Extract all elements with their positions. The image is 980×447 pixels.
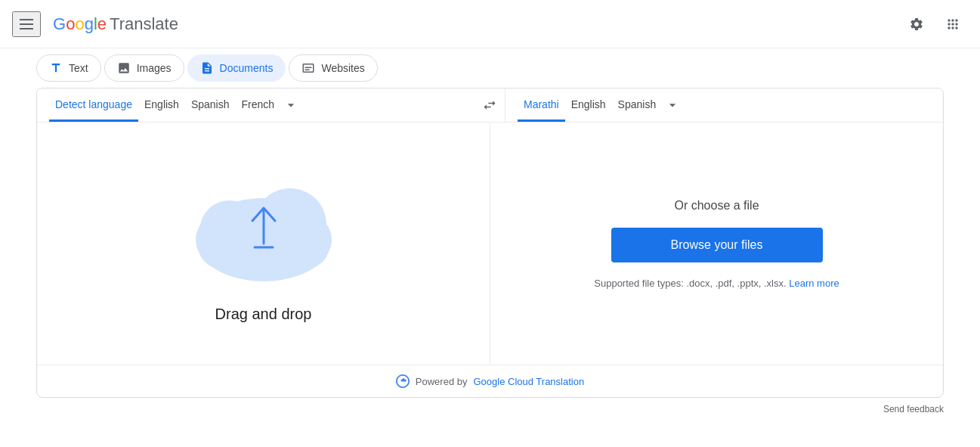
grid-icon (945, 17, 960, 32)
target-lang-more[interactable] (662, 88, 683, 122)
drop-zone[interactable]: Drag and drop (37, 123, 490, 365)
send-feedback-link[interactable]: Send feedback (883, 404, 944, 414)
source-lang-detect[interactable]: Detect language (49, 89, 138, 122)
logo-translate-text: Translate (110, 14, 178, 34)
google-cloud-icon (396, 374, 410, 388)
source-lang-french[interactable]: French (235, 89, 280, 122)
cloud-upload-svg (173, 164, 354, 285)
swap-languages-button[interactable] (475, 90, 505, 120)
cloud-upload-icon (173, 164, 354, 287)
image-tab-icon (117, 61, 131, 75)
right-panel: Or choose a file Browse your files Suppo… (490, 123, 943, 365)
menu-button[interactable] (12, 11, 41, 37)
apps-button[interactable] (938, 9, 968, 39)
tab-documents[interactable]: Documents (187, 54, 286, 82)
choose-file-text: Or choose a file (674, 199, 759, 213)
language-bar: Detect language English Spanish French (37, 88, 943, 123)
tab-images[interactable]: Images (104, 54, 184, 82)
source-lang-spanish[interactable]: Spanish (185, 89, 236, 122)
powered-by-text: Powered by (416, 376, 468, 387)
website-tab-icon (301, 61, 315, 75)
send-feedback-area: Send feedback (0, 398, 980, 421)
app-header: Google Translate (0, 0, 980, 48)
target-lang-selector: Marathi English Spanish (505, 88, 943, 122)
supported-types-text: Supported file types: .docx, .pdf, .pptx… (594, 278, 839, 289)
learn-more-link[interactable]: Learn more (789, 278, 839, 289)
tab-websites[interactable]: Websites (289, 54, 377, 82)
google-cloud-translation-link[interactable]: Google Cloud Translation (473, 376, 584, 387)
logo-google-text: Google (53, 14, 107, 34)
target-lang-spanish[interactable]: Spanish (612, 89, 663, 122)
target-lang-english[interactable]: English (565, 89, 612, 122)
app-logo[interactable]: Google Translate (53, 14, 178, 34)
translate-container: Detect language English Spanish French (36, 88, 944, 398)
chevron-down-icon (283, 98, 298, 113)
drag-drop-text: Drag and drop (215, 306, 312, 323)
header-right (901, 9, 968, 39)
source-lang-english[interactable]: English (138, 89, 185, 122)
document-tab-icon (200, 61, 214, 75)
header-left: Google Translate (12, 11, 178, 37)
source-lang-more[interactable] (280, 88, 301, 122)
settings-button[interactable] (901, 9, 932, 39)
text-tab-icon (49, 61, 63, 75)
target-lang-marathi[interactable]: Marathi (518, 89, 565, 122)
browse-files-button[interactable]: Browse your files (611, 228, 823, 262)
tab-bar: Text Images Documents Websites (0, 48, 980, 88)
tab-text[interactable]: Text (36, 54, 101, 82)
swap-icon (482, 98, 497, 113)
chevron-down-icon (665, 98, 680, 113)
source-lang-selector: Detect language English Spanish French (37, 88, 475, 122)
powered-by-footer: Powered by Google Cloud Translation (37, 365, 943, 397)
content-area: Drag and drop Or choose a file Browse yo… (37, 123, 943, 365)
gear-icon (909, 17, 924, 32)
